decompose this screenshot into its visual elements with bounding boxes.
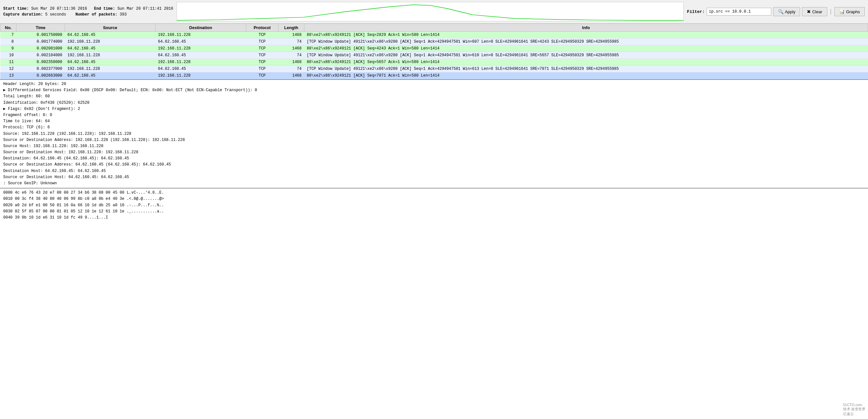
detail-line: Protocol: TCP (6): 6 <box>3 125 865 131</box>
table-cell: 64.62.160.45 <box>156 38 246 45</box>
col-header-dest[interactable]: Destination <box>156 24 246 32</box>
capture-duration-label: Capture duration: <box>3 12 43 17</box>
filter-input[interactable] <box>707 8 771 15</box>
table-cell: 74 <box>278 38 304 45</box>
table-cell: 64.62.160.45 <box>65 32 156 38</box>
table-row[interactable]: 120.002377000192.168.11.22864.62.160.45T… <box>0 66 868 72</box>
col-header-source[interactable]: Source <box>65 24 156 32</box>
graphs-button[interactable]: 📊 Graphs <box>834 7 865 16</box>
detail-pane: Header Length: 20 bytes: 20▶ Differentia… <box>0 79 868 188</box>
col-header-proto[interactable]: Protocol <box>246 24 278 32</box>
table-cell: 80\xe2\x86\x9249121 [ACK] Seq=4243 Ack=1… <box>304 45 868 52</box>
table-cell: 1468 <box>278 59 304 66</box>
table-row[interactable]: 110.00235000064.62.160.45192.168.11.228T… <box>0 59 868 66</box>
table-cell: 10 <box>0 52 17 59</box>
hex-line: 0020 a0 2d bf e1 00 50 01 16 0a 66 10 1d… <box>3 202 865 208</box>
col-header-time[interactable]: Time <box>17 24 65 32</box>
filter-area: Filter: 🔍 Apply ✖ Clear | 📊 Graphs <box>687 7 865 16</box>
divider: | <box>829 8 833 15</box>
table-cell: 64.62.160.45 <box>65 45 156 52</box>
table-cell: [TCP Window Update] 49121\xe2\x86\x9280 … <box>304 38 868 45</box>
graphs-label: Graphs <box>846 9 860 14</box>
apply-label: Apply <box>785 9 796 14</box>
start-label: Start time: <box>3 6 29 11</box>
table-cell: 1468 <box>278 72 304 79</box>
col-header-len[interactable]: Length <box>278 24 304 32</box>
detail-line: : Source GeoIP: Unknown <box>3 181 865 187</box>
table-row[interactable]: 100.002104000192.168.11.22864.62.160.45T… <box>0 52 868 59</box>
detail-line: Identification: 0xf438 (62520): 62520 <box>3 100 865 106</box>
packets-label: Number of packets: <box>75 12 117 17</box>
table-cell: 74 <box>278 52 304 59</box>
table-cell: TCP <box>246 59 278 66</box>
packet-table: No. Time Source Destination Protocol Len… <box>0 24 868 79</box>
table-cell: 192.168.11.228 <box>65 52 156 59</box>
detail-line: Destination: 64.62.160.45 (64.62.160.45)… <box>3 156 865 162</box>
detail-line: Time to live: 64: 64 <box>3 118 865 125</box>
table-cell: 74 <box>278 66 304 72</box>
col-header-info[interactable]: Info <box>304 24 868 32</box>
table-cell: 192.168.11.228 <box>156 32 246 38</box>
traffic-graph <box>177 2 684 21</box>
detail-line: Destination Host: 64.62.160.45: 64.62.16… <box>3 168 865 174</box>
table-cell: 192.168.11.228 <box>156 59 246 66</box>
detail-line: Source or Destination Address: 64.62.160… <box>3 162 865 168</box>
table-row[interactable]: 70.00175000064.62.160.45192.168.11.228TC… <box>0 32 868 38</box>
table-cell: 0.001774000 <box>17 38 65 45</box>
apply-icon: 🔍 <box>778 9 784 14</box>
table-cell: 64.62.160.45 <box>65 72 156 79</box>
table-cell: 64.62.160.45 <box>156 52 246 59</box>
table-cell: 80\xe2\x86\x9249121 [ACK] Seq=2829 Ack=1… <box>304 32 868 38</box>
table-cell: 192.168.11.228 <box>65 38 156 45</box>
table-cell: 13 <box>0 72 17 79</box>
packet-tbody: 70.00175000064.62.160.45192.168.11.228TC… <box>0 32 868 79</box>
end-label: End time: <box>94 6 115 11</box>
hex-line: 0040 39 0b 10 1d e6 31 10 1d fc 49 9....… <box>3 215 865 221</box>
detail-line: Source Host: 192.168.11.228: 192.168.11.… <box>3 143 865 149</box>
detail-line: Source or Destination Host: 64.62.160.45… <box>3 174 865 181</box>
header-bar: Start time: Sun Mar 20 07:11:36 2016 End… <box>0 0 868 24</box>
table-cell: 8 <box>0 38 17 45</box>
table-cell: 64.62.160.45 <box>156 66 246 72</box>
capture-info: Start time: Sun Mar 20 07:11:36 2016 End… <box>3 6 173 18</box>
table-cell: 0.002081000 <box>17 45 65 52</box>
table-cell: [TCP Window Update] 49121\xe2\x86\x9280 … <box>304 52 868 59</box>
table-cell: 9 <box>0 45 17 52</box>
hex-line: 0000 4c e6 76 43 2d e7 08 00 27 34 b6 38… <box>3 190 865 196</box>
hex-pane: 0000 4c e6 76 43 2d e7 08 00 27 34 b6 38… <box>0 188 868 222</box>
table-cell: 1468 <box>278 32 304 38</box>
table-cell: 0.001750000 <box>17 32 65 38</box>
table-cell: 192.168.11.228 <box>156 72 246 79</box>
clear-button[interactable]: ✖ Clear <box>802 7 827 16</box>
apply-button[interactable]: 🔍 Apply <box>773 7 800 16</box>
table-row[interactable]: 130.00266300064.62.160.45192.168.11.228T… <box>0 72 868 79</box>
filter-label: Filter: <box>687 9 705 14</box>
table-cell: TCP <box>246 32 278 38</box>
table-cell: 0.002104000 <box>17 52 65 59</box>
table-header: No. Time Source Destination Protocol Len… <box>0 24 868 32</box>
col-header-no[interactable]: No. <box>0 24 17 32</box>
end-value: Sun Mar 20 07:11:41 2016 <box>117 6 173 11</box>
table-cell: 7 <box>0 32 17 38</box>
capture-duration-value: 5 seconds <box>45 12 66 17</box>
table-cell: 1468 <box>278 45 304 52</box>
table-row[interactable]: 80.001774000192.168.11.22864.62.160.45TC… <box>0 38 868 45</box>
table-cell: 80\xe2\x86\x9249121 [ACK] Seq=5657 Ack=1… <box>304 59 868 66</box>
table-cell: 12 <box>0 66 17 72</box>
table-cell: 64.62.160.45 <box>65 59 156 66</box>
graphs-icon: 📊 <box>839 9 845 14</box>
table-cell: [TCP Window Update] 49121\xe2\x86\x9280 … <box>304 66 868 72</box>
table-cell: 0.002663000 <box>17 72 65 79</box>
detail-line: Source or Destination Address: 192.168.1… <box>3 137 865 143</box>
detail-line: Fragment offset: 0: 0 <box>3 112 865 118</box>
table-cell: TCP <box>246 72 278 79</box>
hex-line: 0030 02 5f 85 07 00 00 01 01 05 12 10 1e… <box>3 208 865 215</box>
table-cell: 11 <box>0 59 17 66</box>
detail-line: ▶ Differentiated Services Field: 0x00 (D… <box>3 87 865 93</box>
detail-line: Header Length: 20 bytes: 20 <box>3 81 865 87</box>
table-row[interactable]: 90.00208100064.62.160.45192.168.11.228TC… <box>0 45 868 52</box>
start-value: Sun Mar 20 07:11:36 2016 <box>31 6 87 11</box>
hex-line: 0010 00 3c f4 38 40 00 40 06 99 8b c0 a8… <box>3 196 865 202</box>
detail-line: Total Length: 60: 60 <box>3 93 865 100</box>
table-cell: TCP <box>246 52 278 59</box>
